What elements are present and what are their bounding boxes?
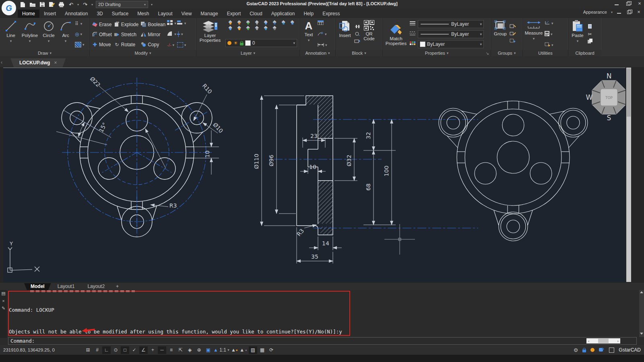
tab-view[interactable]: View — [177, 10, 196, 18]
panel-utilities-label[interactable]: Utilities — [523, 50, 568, 56]
command-close-icon[interactable]: × — [2, 298, 4, 303]
scroll-down-icon[interactable] — [640, 333, 643, 335]
gstarcad-logo[interactable]: G — [2, 1, 16, 15]
layer-isolate-icon[interactable]: ◆ — [234, 19, 243, 25]
layer-prev-icon[interactable]: ◆ — [252, 25, 261, 30]
properties-dialog-launcher-icon[interactable]: ↘ — [486, 51, 489, 56]
layer-on-icon[interactable]: ◆ — [287, 19, 296, 25]
ellipse-tools-button[interactable]: ◎▾ — [75, 29, 85, 39]
layer-lock-icon[interactable]: ◆ — [234, 25, 243, 30]
view-cube-north[interactable]: N — [607, 72, 612, 80]
array-button[interactable]: ▾ — [167, 19, 176, 28]
scroll-thumb[interactable] — [598, 339, 609, 343]
calculator-button[interactable]: ▾ — [545, 29, 553, 39]
dimension-button[interactable]: ▾ — [318, 40, 327, 50]
new-file-icon[interactable] — [19, 1, 26, 8]
undo-dropdown-icon[interactable]: ▾ — [77, 3, 79, 6]
touch-mode-icon[interactable] — [599, 347, 605, 353]
explode-button[interactable]: Explode — [114, 19, 138, 29]
line-button[interactable]: Line ▾ — [2, 18, 19, 50]
scroll-up-icon[interactable] — [640, 291, 643, 293]
id-point-button[interactable]: ▾ — [545, 19, 553, 28]
osnap-3d-icon[interactable]: ◈ — [186, 346, 194, 354]
scale-button[interactable]: ▾ — [177, 40, 186, 50]
panel-draw-label[interactable]: Draw▾ — [0, 50, 89, 56]
hatch-button[interactable]: ▾ — [75, 40, 85, 49]
block-define-icon[interactable] — [354, 39, 361, 44]
polyline-button[interactable]: Polyline ▾ — [19, 18, 40, 50]
ungroup-icon[interactable] — [510, 24, 516, 30]
layer-merge-icon[interactable]: ◆ — [270, 19, 279, 25]
annotation-visibility-icon[interactable]: ▲● — [230, 346, 239, 354]
save-as-icon[interactable] — [48, 1, 55, 8]
transparency-icon[interactable]: ≡ — [167, 346, 175, 354]
copy-button[interactable]: Copy — [141, 39, 165, 49]
group-select-icon[interactable] — [510, 39, 516, 44]
layer-thaw-icon[interactable]: ◆ — [225, 25, 234, 30]
tab-application[interactable]: Application — [267, 10, 299, 18]
copy-clip-icon[interactable] — [587, 24, 593, 30]
block-attr-icon[interactable] — [354, 31, 361, 37]
dynamic-ucs-icon[interactable]: ∠ — [139, 346, 148, 354]
polar-tracking-icon[interactable]: ⊙ — [111, 346, 120, 354]
boolean-button[interactable]: Boolean — [141, 19, 165, 29]
layer-color-swatch[interactable] — [245, 40, 251, 46]
color-dropdown[interactable]: ByLayer ▾ — [418, 40, 484, 48]
break-button[interactable]: -/-▾ — [167, 40, 176, 50]
tab-surface[interactable]: Surface — [107, 10, 133, 18]
snap-mode-icon[interactable]: ⊞ — [84, 346, 92, 354]
panel-modify-label[interactable]: Modify▾ — [90, 50, 196, 56]
layer-state-icon[interactable]: ◆ — [270, 25, 279, 30]
units-icon[interactable]: ▦ — [258, 346, 266, 354]
tab-nav-left-icon[interactable]: ‹ — [1, 60, 2, 65]
workspace-switch-icon[interactable]: ▣ — [204, 346, 213, 354]
save-icon[interactable] — [39, 1, 45, 8]
workspace-selector[interactable]: 2D Drafting ▾ — [96, 1, 148, 8]
tab-home[interactable]: Home — [18, 10, 39, 18]
tab-layout1[interactable]: Layout1 — [51, 283, 81, 290]
paste-button[interactable]: Paste ▾ — [568, 18, 587, 50]
restore-button[interactable] — [625, 1, 631, 6]
fullscreen-icon[interactable] — [609, 348, 614, 353]
redo-icon[interactable]: ↷ — [82, 1, 89, 8]
panel-groups-label[interactable]: Groups▾ — [491, 50, 522, 56]
tab-layout[interactable]: Layout — [153, 10, 177, 18]
match-properties-button[interactable]: Match Properties — [383, 22, 409, 46]
cut-icon[interactable]: ✂ — [588, 31, 592, 37]
arc-button[interactable]: Arc ▾ — [57, 18, 74, 50]
move-button[interactable]: ✚Move — [92, 39, 112, 49]
command-input[interactable]: Command: ‹ › — [8, 337, 637, 345]
zoom-object-icon[interactable]: ⊕ — [195, 346, 203, 354]
toolbar-customize-icon[interactable]: ▾ — [151, 3, 153, 6]
command-grip-icon[interactable]: ▤ — [1, 291, 5, 296]
view-cube-top-label[interactable]: TOP — [605, 96, 613, 100]
circle-button[interactable]: Circle ▾ — [40, 18, 57, 50]
redo-dropdown-icon[interactable]: ▾ — [91, 3, 93, 6]
tab-manage[interactable]: Manage — [196, 10, 222, 18]
lineweight-dropdown[interactable]: ByLayer ▾ — [418, 20, 484, 28]
ortho-mode-icon[interactable]: ∟ — [102, 346, 111, 354]
layer-dropdown-chevron-icon[interactable]: ▾ — [293, 41, 295, 45]
rotate-button[interactable]: ↻Rotate — [114, 39, 138, 49]
drawing-canvas[interactable]: Ø22 R10 15° Ø10 10 R3 — [3, 68, 625, 282]
clean-screen-icon[interactable]: ⟳ — [267, 346, 276, 354]
tab-annotation[interactable]: Annotation — [60, 10, 92, 18]
layer-sun-icon[interactable]: ☀ — [233, 40, 238, 46]
copy-pages-icon[interactable] — [587, 39, 593, 45]
table-button[interactable] — [318, 19, 327, 28]
quick-select-button[interactable]: ▾ — [545, 40, 553, 50]
command-edit-icon[interactable]: ✎ — [2, 306, 5, 311]
fillet-button[interactable]: ▾ — [167, 29, 176, 39]
offset-button[interactable]: Offset — [92, 29, 112, 39]
stretch-button[interactable]: Stretch — [114, 29, 138, 39]
panel-annotation-label[interactable]: Annotation▾ — [300, 50, 335, 56]
tab-export[interactable]: Export — [223, 10, 246, 18]
tab-insert[interactable]: Insert — [39, 10, 60, 18]
qr-code-button[interactable]: QR Code — [361, 18, 378, 50]
command-vertical-scrollbar[interactable] — [639, 290, 644, 337]
tab-cloud[interactable]: Cloud — [245, 10, 266, 18]
insert-button[interactable]: Insert — [336, 18, 354, 50]
undo-icon[interactable]: ↶ — [68, 1, 74, 8]
annotation-scale-button[interactable]: ▲ 1:1 ▾ — [213, 346, 229, 354]
panel-properties-label[interactable]: Properties▾ ↘ — [383, 50, 491, 56]
